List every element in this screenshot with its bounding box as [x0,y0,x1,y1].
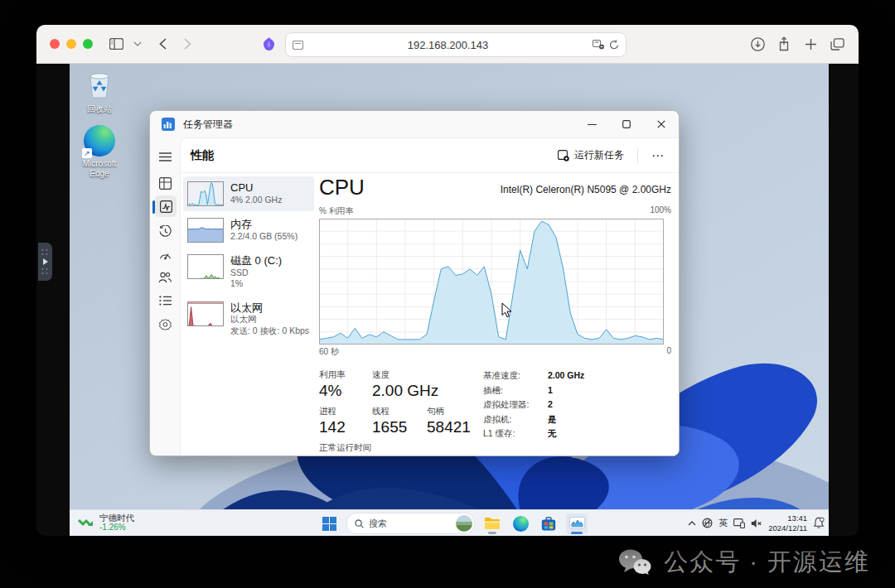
stat-value: 58421 [427,418,471,436]
stat-label: 速度 [372,369,438,381]
minimize-button[interactable] [574,111,609,137]
perf-item-ethernet[interactable]: 以太网 以太网 发送: 0 接收: 0 Kbps [183,296,314,342]
close-window-button[interactable] [50,39,60,49]
task-manager-window: 任务管理器 [149,110,680,456]
taskbar-clock[interactable]: 13:41 2024/12/11 [768,513,807,533]
perf-item-disk[interactable]: 磁盘 0 (C:) SSD 1% [183,249,314,295]
taskbar-file-explorer[interactable] [481,513,503,534]
maximize-button[interactable] [609,111,644,137]
x-axis-right: 0 [666,346,671,358]
details-icon [159,296,172,306]
sidebar-item-details[interactable] [155,291,175,311]
run-new-task-icon [558,150,569,161]
start-button[interactable] [318,513,340,534]
widgets-button[interactable]: 宁德时代 -1.26% [78,513,134,532]
perf-item-name: 内存 [230,218,298,231]
zoom-window-button[interactable] [83,39,93,49]
network-offline-icon[interactable] [702,518,713,528]
perf-item-name: 磁盘 0 (C:) [230,254,282,267]
close-button[interactable] [644,111,679,137]
stat-value: 4% [319,382,360,400]
extension-button[interactable] [259,34,278,54]
volume-mute-icon[interactable] [751,518,762,528]
running-indicator [488,532,496,534]
download-icon [751,37,765,51]
chevron-down-icon [133,41,142,46]
stat-value: 0:00:05:48 [319,455,394,456]
taskbar-task-manager[interactable] [566,513,588,534]
taskbar-search[interactable]: 搜索 [346,513,475,534]
processes-icon [159,177,172,190]
forward-icon [184,38,191,50]
search-icon [355,519,364,528]
taskbar-edge[interactable] [510,513,531,534]
minimize-window-button[interactable] [66,39,76,49]
sidebar-item-users[interactable] [155,267,175,287]
sidebar-item-processes[interactable] [155,173,175,193]
tray-time: 13:41 [768,513,807,523]
stock-widget-icon [78,515,94,530]
detail-label: 虚拟处理器: [483,399,548,411]
perf-item-sub: 2.2/4.0 GB (55%) [230,231,298,243]
detail-value: 无 [548,428,557,440]
app-history-icon [159,225,172,238]
share-icon [778,36,790,51]
detail-label: 虚拟机: [483,414,548,426]
new-tab-button[interactable] [801,34,820,54]
share-button[interactable] [774,34,794,54]
sidebar-item-performance[interactable] [155,195,177,217]
sidebar-chevron-button[interactable] [128,34,148,54]
nav-menu-button[interactable] [155,147,175,166]
perf-item-sub2: 1% [230,278,282,290]
minimize-icon [588,120,597,129]
translate-icon[interactable] [593,40,605,50]
forward-button[interactable] [177,34,197,54]
tab-overview-button[interactable] [827,34,847,54]
reload-icon[interactable] [609,40,619,51]
run-new-task-button[interactable]: 运行新任务 [553,145,629,166]
detail-value: 是 [548,414,557,426]
task-manager-titlebar[interactable]: 任务管理器 [150,111,679,137]
microsoft-store-icon [541,517,556,531]
chevron-up-icon[interactable] [688,521,696,526]
maximize-icon [622,120,631,128]
perf-item-memory[interactable]: 内存 2.2/4.0 GB (55%) [183,213,314,248]
y-axis-max: 100% [650,205,671,217]
taskbar-microsoft-store[interactable] [538,513,559,534]
active-indicator [571,532,583,534]
notification-bell-icon[interactable] [813,517,825,529]
detail-value: 2.00 GHz [548,370,584,382]
desktop-icon-recycle-bin[interactable]: 回收站 [75,69,124,114]
cpu-utilization-chart [319,219,664,345]
sidebar-toggle-button[interactable] [106,34,126,54]
sidebar-item-startup-apps[interactable] [155,244,175,264]
back-button[interactable] [152,34,172,54]
y-axis-label: % 利用率 [319,205,354,217]
run-new-task-label: 运行新任务 [574,148,624,162]
perf-item-sub: 4% 2.00 GHz [230,195,282,206]
detail-label: 插槽: [483,385,548,397]
cpu-heading: CPU [319,176,365,198]
more-options-button[interactable]: ⋯ [646,148,669,163]
traffic-lights [50,39,93,49]
ethernet-mini-chart [187,301,224,326]
file-explorer-icon [484,517,501,530]
control-bar-handle[interactable] [38,243,52,281]
taskbar-center: 搜索 [318,513,588,534]
ime-badge[interactable]: 英 [718,517,728,529]
services-icon [159,318,172,330]
wechat-icon [617,548,652,576]
stat-value: 142 [319,418,360,436]
perf-item-sub: 以太网 [230,314,309,325]
downloads-button[interactable] [747,34,767,54]
widget-change: -1.26% [99,523,134,532]
sidebar-item-services[interactable] [155,314,175,334]
perf-item-cpu[interactable]: CPU 4% 2.00 GHz [183,176,314,211]
url-bar[interactable]: 192.168.200.143 [285,32,626,57]
sidebar-item-app-history[interactable] [155,221,175,241]
task-manager-app-icon [162,118,175,131]
system-tray: 英 13:41 2024/12/11 [688,510,825,536]
stat-value: 1655 [372,418,415,436]
desktop-icon-edge[interactable]: ↗ Microsoft Edge [75,125,124,178]
cast-display-icon[interactable] [733,518,745,528]
